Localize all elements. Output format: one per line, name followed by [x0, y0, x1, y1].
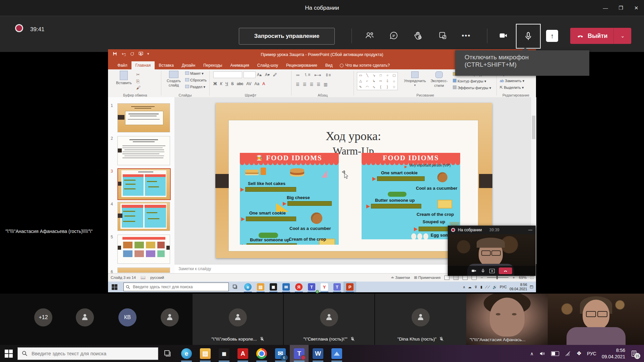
- taskbar-icon-acrobat[interactable]: A: [233, 345, 252, 362]
- indent-buttons[interactable]: ⇤⇥: [314, 73, 321, 77]
- participant-avatar-initials[interactable]: КВ: [118, 308, 137, 326]
- shared-clock[interactable]: 8:56 09.04.2021: [509, 283, 527, 291]
- share-screen-icon[interactable]: [433, 26, 452, 45]
- shared-taskview-button[interactable]: [229, 282, 241, 292]
- leave-button[interactable]: Выйти: [570, 28, 613, 44]
- save-icon[interactable]: [113, 52, 117, 56]
- zoom-in-button[interactable]: +: [513, 276, 515, 280]
- shared-taskbar-icon-powerpoint-active[interactable]: P: [343, 282, 356, 292]
- font-size-box[interactable]: [244, 71, 256, 78]
- participants-icon[interactable]: [360, 26, 379, 45]
- font-name-box[interactable]: [213, 71, 242, 78]
- tray-network-icon[interactable]: ⟋⟋: [485, 285, 490, 289]
- redo-icon[interactable]: [130, 52, 135, 56]
- minimize-button[interactable]: —: [598, 0, 613, 16]
- slide-sorter-view-button[interactable]: [453, 276, 459, 280]
- shared-search-input[interactable]: [132, 284, 217, 290]
- tray-volume-icon[interactable]: [539, 351, 546, 357]
- tray-battery-icon[interactable]: ▮: [480, 285, 482, 289]
- shared-taskbar-icon-edge[interactable]: e: [241, 282, 254, 292]
- columns-button[interactable]: ▥: [324, 82, 327, 87]
- participant-avatar[interactable]: [76, 308, 94, 326]
- raise-hand-icon[interactable]: [408, 26, 428, 45]
- leave-options-chevron[interactable]: ⌄: [613, 28, 631, 44]
- strikethrough-button[interactable]: S: [231, 81, 234, 86]
- pip-minimize-button[interactable]: —: [528, 228, 532, 232]
- tray-network-icon[interactable]: [565, 351, 571, 356]
- tray-mic-icon[interactable]: 🎙: [474, 285, 478, 289]
- maximize-button[interactable]: ❐: [613, 0, 629, 16]
- clear-format-button[interactable]: 🖉: [273, 72, 277, 77]
- shrink-font-button[interactable]: А▾: [265, 72, 270, 77]
- pip-mic-icon[interactable]: [481, 268, 485, 274]
- taskbar-icon-photos[interactable]: [327, 345, 346, 362]
- bullets-button[interactable]: ≔: [296, 73, 300, 77]
- slide-thumbnail-2[interactable]: [117, 136, 170, 165]
- shared-taskbar-icon-mail[interactable]: ✉: [280, 282, 292, 292]
- tab-transitions[interactable]: Переходы: [199, 61, 226, 69]
- shared-taskbar-icon-yandex-y[interactable]: Y: [318, 282, 331, 292]
- tab-home[interactable]: Главная: [131, 61, 155, 69]
- pip-stop-share-icon[interactable]: ✕: [489, 269, 495, 273]
- zoom-out-button[interactable]: −: [481, 276, 483, 280]
- action-center-button[interactable]: 15: [631, 350, 638, 357]
- participant-video-tile-2[interactable]: [548, 294, 644, 345]
- taskbar-search-box[interactable]: [17, 347, 158, 360]
- open-share-tray-button[interactable]: ↑: [546, 30, 558, 42]
- font-color-button[interactable]: А: [262, 81, 265, 86]
- tab-animations[interactable]: Анимация: [226, 61, 253, 69]
- more-options-icon[interactable]: •••: [457, 26, 476, 45]
- shared-taskbar-icon-teams[interactable]: T: [331, 282, 343, 292]
- change-case-button[interactable]: Aa: [254, 81, 259, 86]
- shapes-gallery[interactable]: ▭╲↘□○▢ △⌐↳⇨⇩⌂ ✎◠∿{}☆: [357, 72, 398, 90]
- slideshow-view-button[interactable]: [472, 276, 477, 280]
- replace-button[interactable]: ab Заменить ▾: [500, 79, 524, 83]
- qat-dropdown-icon[interactable]: ▾: [147, 52, 149, 56]
- tray-dropbox-icon[interactable]: ❖: [577, 350, 582, 357]
- paste-button[interactable]: Вставить: [116, 71, 132, 85]
- layout-button[interactable]: Макет ▾: [185, 71, 204, 76]
- slide-thumbnail-3-selected[interactable]: [117, 168, 171, 200]
- arrange-button[interactable]: Упорядочить▾: [402, 71, 427, 87]
- more-participants-avatar[interactable]: +12: [34, 308, 52, 326]
- slide-thumbnail-1[interactable]: [117, 103, 170, 132]
- tray-chevron-icon[interactable]: ∧: [530, 351, 533, 356]
- shape-outline-button[interactable]: Контур фигуры ▾: [453, 79, 486, 83]
- tray-volume-icon[interactable]: 🔊: [493, 285, 497, 289]
- close-button[interactable]: ✕: [629, 0, 644, 16]
- tray-battery-icon[interactable]: [551, 351, 559, 356]
- notes-toggle[interactable]: ≐ Заметки: [391, 275, 410, 280]
- underline-button[interactable]: Ч: [225, 81, 228, 86]
- new-slide-button[interactable]: Создать слайд: [164, 71, 183, 87]
- taskbar-icon-teams-active[interactable]: T: [290, 345, 309, 362]
- slide-thumbnail-4[interactable]: [117, 202, 170, 231]
- tab-review[interactable]: Рецензирование: [282, 61, 321, 69]
- shared-taskbar-icon-yandex[interactable]: Я: [292, 282, 305, 292]
- bold-button[interactable]: Ж: [213, 81, 217, 86]
- numbering-button[interactable]: ⒈≡: [304, 72, 310, 78]
- tab-design[interactable]: Дизайн: [178, 61, 199, 69]
- slide-thumbnail-5[interactable]: [117, 235, 170, 264]
- tab-view[interactable]: Вид: [321, 61, 337, 69]
- taskbar-icon-chrome[interactable]: [252, 345, 271, 362]
- comments-toggle[interactable]: ⊞ Примечания: [414, 275, 440, 280]
- camera-icon[interactable]: [494, 26, 513, 45]
- tab-slideshow[interactable]: Слайд-шоу: [253, 61, 282, 69]
- shape-effects-button[interactable]: Эффекты фигуры ▾: [453, 85, 491, 90]
- zoom-level[interactable]: 69%: [519, 276, 527, 280]
- align-center-button[interactable]: ☰: [303, 82, 307, 87]
- select-button[interactable]: ⇱ Выделить ▾: [500, 85, 524, 90]
- section-button[interactable]: Раздел ▾: [185, 85, 205, 89]
- taskbar-icon-word[interactable]: W: [309, 345, 327, 362]
- subscript-button[interactable]: abc: [237, 81, 243, 86]
- participant-avatar[interactable]: [161, 308, 179, 326]
- italic-button[interactable]: К: [220, 81, 222, 86]
- tab-insert[interactable]: Вставка: [155, 61, 178, 69]
- line-spacing-button[interactable]: ⇕≡: [325, 73, 331, 77]
- taskbar-clock[interactable]: 8:56 09.04.2021: [602, 347, 625, 359]
- slide-thumbnail-6[interactable]: [117, 267, 170, 273]
- undo-icon[interactable]: [121, 52, 126, 56]
- tell-me-box[interactable]: Что вы хотите сделать?: [336, 61, 393, 69]
- meeting-pip-overlay[interactable]: На собрании 39:39 — ✕: [448, 226, 536, 276]
- participant-tile-3[interactable]: "Dina Khus (гость)": [374, 294, 466, 345]
